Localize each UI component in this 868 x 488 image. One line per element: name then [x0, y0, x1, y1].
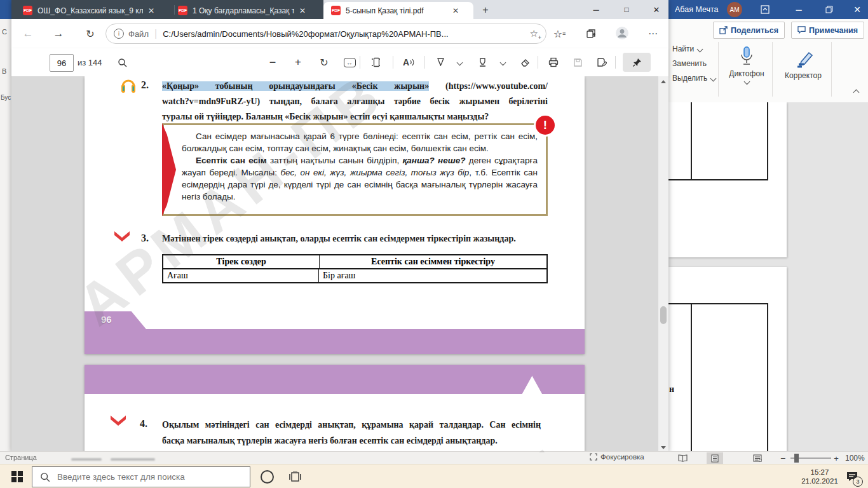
profile-icon[interactable] [614, 25, 630, 41]
read-mode-view-button[interactable] [675, 453, 690, 463]
draw-pen-button[interactable] [432, 54, 449, 71]
forward-button[interactable]: → [51, 26, 66, 41]
scroll-down-arrow[interactable] [658, 444, 668, 451]
eraser-button[interactable] [517, 54, 534, 71]
exercise-4-number: 4. [140, 418, 147, 430]
search-icon[interactable] [114, 55, 130, 70]
read-aloud-button[interactable]: A [400, 54, 417, 71]
add-favorite-icon[interactable]: ☆+ [530, 28, 538, 39]
word-table-line [691, 102, 692, 180]
draw-pen-dropdown[interactable] [451, 54, 468, 71]
taskbar-search-box[interactable] [32, 466, 250, 487]
edge-close-button[interactable]: ✕ [644, 0, 668, 19]
zoom-in-control[interactable]: + [831, 453, 841, 463]
clock[interactable]: 15:27 21.02.2021 [799, 468, 840, 485]
avatar[interactable]: АМ [727, 2, 742, 17]
focus-icon [590, 453, 597, 461]
start-button[interactable] [4, 464, 31, 488]
fit-width-button[interactable]: ↔ [341, 54, 358, 71]
favorites-bar-icon[interactable]: ☆≡ [552, 26, 567, 41]
settings-menu-icon[interactable]: ⋯ [646, 26, 661, 41]
refresh-button[interactable]: ↻ [83, 26, 98, 41]
comments-button[interactable]: Примечания [791, 22, 864, 39]
focus-mode-button[interactable]: Фокусировка [590, 453, 644, 461]
tab-close-icon[interactable]: ✕ [452, 6, 459, 15]
pdf-file-icon: PDF [23, 6, 32, 15]
word-user-name: Абая Мечта [675, 5, 719, 14]
tab-label: ОШ_ФО_Казахский язык_9 клас [37, 6, 143, 15]
edge-maximize-button[interactable]: □ [614, 0, 639, 19]
exercise-2-text: «Қоңыр» тобының орындауындағы «Бесік жыр… [162, 79, 548, 125]
comments-label: Примечания [809, 26, 858, 35]
ribbon-display-options-icon[interactable] [760, 4, 770, 15]
address-bar[interactable]: i Файл | C:/Users/admin/Documents/Новый%… [105, 24, 546, 44]
status-smudge [71, 458, 102, 461]
word-status-bar: Страница Фокусировка − + 100% [0, 451, 868, 464]
table-header-cell: Есептік сан есіммен тіркестіру [320, 255, 546, 268]
zoom-slider-thumb[interactable] [794, 454, 799, 463]
print-layout-view-button[interactable] [707, 452, 723, 464]
taskbar-search-input[interactable] [56, 471, 250, 482]
scroll-up-arrow[interactable] [658, 78, 668, 85]
task-view-button[interactable] [282, 464, 308, 488]
new-tab-button[interactable]: + [479, 4, 492, 17]
share-icon [719, 26, 728, 34]
pdf-file-icon: PDF [178, 6, 187, 15]
tab-pdf-2[interactable]: PDF 1 Оқу бағдарламасы_Қазақ тілі ✕ [178, 2, 322, 19]
pdf-scrollbar[interactable] [658, 76, 668, 452]
cortana-button[interactable] [254, 464, 280, 488]
zoom-in-button[interactable]: + [290, 54, 306, 71]
tab-close-icon[interactable]: ✕ [148, 6, 154, 15]
scrollbar-thumb[interactable] [660, 306, 667, 324]
exercise-4-line2: басқа мағыналық түрлерін жасауға негіз б… [162, 433, 541, 449]
highlighter-button[interactable] [474, 54, 491, 71]
info-box-red-arrow [162, 123, 176, 216]
editor-button[interactable]: Корректор [776, 42, 830, 88]
page-view-button[interactable] [367, 54, 384, 71]
comment-icon [797, 26, 806, 34]
save-button[interactable] [569, 54, 586, 71]
microphone-icon [738, 46, 755, 67]
ribbon-separator [831, 42, 832, 97]
info-icon[interactable]: i [114, 29, 124, 39]
pdf-content-area[interactable]: 2. «Қоңыр» тобының орындауындағы «Бесік … [11, 76, 668, 452]
save-as-button[interactable] [593, 54, 610, 71]
collections-icon[interactable] [583, 26, 599, 41]
word-restore-button[interactable] [818, 0, 840, 19]
print-button[interactable] [545, 54, 562, 71]
dictate-button[interactable]: Диктофон [723, 42, 770, 88]
text: заттың нақтылы санын білдіріп, [267, 156, 403, 165]
table-cell: Бір ағаш [319, 269, 546, 282]
collapse-ribbon-button[interactable] [849, 86, 863, 98]
edge-minimize-button[interactable]: ─ [583, 0, 609, 19]
tab-close-icon[interactable]: ✕ [299, 6, 306, 15]
word-close-button[interactable]: ✕ [846, 0, 868, 19]
word-minimize-button[interactable]: ─ [788, 0, 810, 19]
address-divider: | [154, 28, 157, 39]
zoom-percentage[interactable]: 100% [845, 454, 865, 463]
word-table-line [668, 179, 768, 180]
toolbar-separator [393, 56, 393, 69]
word-ribbon-region: Поделиться Примечания Найти Заменить Выд… [668, 19, 868, 103]
back-button[interactable]: ← [20, 26, 36, 41]
page-number-input[interactable] [50, 54, 74, 72]
zoom-out-button[interactable]: − [264, 54, 281, 71]
share-button[interactable]: Поделиться [713, 22, 785, 39]
action-center-button[interactable]: 3 [844, 468, 860, 485]
tab-pdf-active[interactable]: PDF 5-сынып Қазақ тілі.pdf ✕ [323, 2, 473, 19]
chevron-down-icon [743, 79, 750, 85]
url-text: C:/Users/admin/Documents/Новый%20формат/… [163, 29, 529, 39]
footer-purple-bar [85, 329, 585, 354]
zoom-out-control[interactable]: − [778, 453, 788, 463]
ribbon-select[interactable]: Выделить [672, 74, 715, 83]
web-layout-view-button[interactable] [750, 453, 765, 463]
scheme-label: Файл [128, 29, 149, 39]
rotate-button[interactable]: ↻ [316, 54, 332, 71]
pin-toolbar-button[interactable] [623, 53, 651, 72]
tab-pdf-1[interactable]: PDF ОШ_ФО_Казахский язык_9 клас ✕ [23, 2, 172, 19]
highlighted-text[interactable]: «Қоңыр» тобының орындауындағы «Бесік жыр… [162, 81, 429, 91]
ribbon-find[interactable]: Найти [672, 44, 702, 53]
ribbon-replace[interactable]: Заменить [672, 59, 707, 68]
focus-label: Фокусировка [600, 453, 644, 461]
highlighter-dropdown[interactable] [494, 54, 511, 71]
